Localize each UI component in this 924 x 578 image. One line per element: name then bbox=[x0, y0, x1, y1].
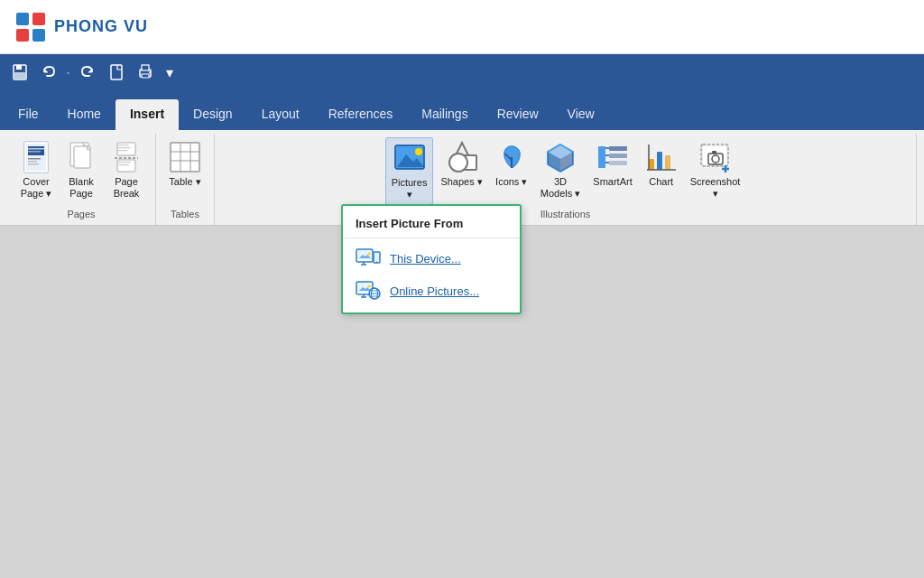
tab-file[interactable]: File bbox=[4, 99, 53, 130]
svg-rect-7 bbox=[111, 65, 122, 79]
svg-rect-48 bbox=[598, 146, 605, 168]
chart-icon bbox=[645, 141, 678, 173]
ribbon-tabs: File Home Insert Design Layout Reference… bbox=[0, 90, 924, 130]
page-break-button[interactable]: PageBreak bbox=[105, 137, 148, 203]
svg-rect-10 bbox=[142, 74, 149, 78]
ribbon-group-pages: CoverPage ▾ BlankPage bbox=[7, 134, 156, 225]
pictures-label: Pictures▾ bbox=[392, 177, 428, 200]
svg-rect-0 bbox=[16, 13, 29, 25]
quick-access-toolbar: · ▾ bbox=[0, 54, 924, 90]
svg-rect-2 bbox=[16, 29, 29, 42]
cover-page-label: CoverPage ▾ bbox=[21, 176, 52, 200]
tab-layout[interactable]: Layout bbox=[247, 99, 314, 130]
dropdown-header: Insert Picture From bbox=[343, 211, 520, 238]
page-break-icon bbox=[110, 141, 143, 173]
svg-rect-31 bbox=[171, 143, 199, 172]
table-label: Table ▾ bbox=[169, 176, 200, 188]
icons-icon bbox=[495, 141, 528, 173]
svg-rect-25 bbox=[118, 147, 131, 148]
ribbon-group-tables: Table ▾ Tables bbox=[156, 134, 215, 225]
table-button[interactable]: Table ▾ bbox=[163, 137, 207, 191]
svg-rect-1 bbox=[32, 13, 45, 25]
ribbon-group-illustrations: Pictures▾ Shapes ▾ bbox=[215, 134, 917, 225]
3d-models-label: 3DModels ▾ bbox=[541, 176, 581, 200]
svg-rect-55 bbox=[649, 159, 654, 170]
screenshot-icon bbox=[699, 141, 732, 173]
shapes-icon bbox=[446, 141, 478, 173]
3d-models-button[interactable]: 3DModels ▾ bbox=[535, 137, 587, 203]
this-device-icon bbox=[356, 248, 381, 268]
svg-point-39 bbox=[415, 148, 422, 155]
svg-rect-18 bbox=[28, 163, 39, 165]
new-doc-button[interactable] bbox=[104, 61, 129, 84]
print-button[interactable] bbox=[133, 61, 158, 84]
svg-rect-74 bbox=[374, 254, 379, 261]
logo-area: PHONG VU bbox=[14, 11, 148, 43]
tab-design[interactable]: Design bbox=[179, 99, 247, 130]
pictures-button[interactable]: Pictures▾ bbox=[385, 137, 434, 205]
top-bar: PHONG VU bbox=[0, 0, 924, 54]
tab-references[interactable]: References bbox=[314, 99, 408, 130]
redo-button[interactable] bbox=[75, 61, 100, 84]
blank-page-button[interactable]: BlankPage bbox=[60, 137, 103, 203]
svg-rect-29 bbox=[118, 162, 131, 163]
customize-qa-button[interactable]: ▾ bbox=[162, 61, 178, 85]
online-pictures-icon bbox=[356, 281, 381, 301]
svg-rect-51 bbox=[609, 161, 627, 165]
svg-rect-20 bbox=[28, 151, 41, 153]
insert-picture-dropdown: Insert Picture From bbox=[341, 204, 522, 314]
tab-review[interactable]: Review bbox=[483, 99, 553, 130]
tab-mailings[interactable]: Mailings bbox=[407, 99, 482, 130]
this-device-label: This Device... bbox=[390, 252, 461, 266]
pages-group-label: Pages bbox=[14, 205, 148, 225]
blank-page-icon bbox=[65, 141, 97, 173]
smartart-button[interactable]: SmartArt bbox=[587, 137, 637, 191]
pictures-icon bbox=[393, 142, 426, 174]
svg-point-43 bbox=[449, 154, 467, 172]
cover-page-button[interactable]: CoverPage ▾ bbox=[14, 137, 58, 203]
tab-home[interactable]: Home bbox=[53, 99, 116, 130]
blank-page-label: BlankPage bbox=[69, 176, 94, 200]
shapes-label: Shapes ▾ bbox=[440, 176, 482, 188]
shapes-button[interactable]: Shapes ▾ bbox=[435, 137, 487, 191]
svg-point-70 bbox=[368, 253, 371, 256]
online-pictures-item[interactable]: Online Pictures... bbox=[343, 275, 520, 307]
page-break-label: PageBreak bbox=[114, 176, 140, 200]
illustrations-group-label: Illustrations bbox=[222, 205, 909, 225]
qa-separator: · bbox=[66, 63, 70, 82]
logo-text: PHONG VU bbox=[54, 17, 148, 36]
svg-rect-26 bbox=[118, 150, 127, 151]
tab-view[interactable]: View bbox=[553, 99, 609, 130]
screenshot-button[interactable]: Screenshot▾ bbox=[685, 137, 746, 203]
pages-items: CoverPage ▾ BlankPage bbox=[14, 134, 148, 205]
svg-rect-50 bbox=[609, 154, 627, 158]
svg-point-75 bbox=[376, 261, 378, 263]
icons-label: Icons ▾ bbox=[495, 176, 527, 188]
svg-rect-17 bbox=[28, 161, 37, 163]
undo-button[interactable] bbox=[36, 61, 61, 84]
smartart-label: SmartArt bbox=[593, 176, 632, 188]
svg-rect-5 bbox=[16, 65, 22, 70]
svg-rect-19 bbox=[28, 148, 44, 150]
this-device-item[interactable]: This Device... bbox=[343, 242, 520, 275]
svg-point-79 bbox=[368, 285, 371, 288]
cover-page-icon bbox=[20, 141, 52, 173]
svg-rect-9 bbox=[142, 65, 149, 70]
svg-rect-28 bbox=[117, 160, 135, 172]
tab-insert[interactable]: Insert bbox=[116, 99, 179, 130]
save-button[interactable] bbox=[7, 61, 32, 84]
svg-point-11 bbox=[149, 71, 151, 73]
svg-rect-24 bbox=[118, 144, 129, 145]
chart-button[interactable]: Chart bbox=[640, 137, 683, 191]
svg-rect-56 bbox=[657, 152, 662, 170]
ribbon-content: CoverPage ▾ BlankPage bbox=[0, 130, 924, 226]
svg-rect-30 bbox=[118, 164, 129, 165]
icons-button[interactable]: Icons ▾ bbox=[490, 137, 533, 191]
svg-rect-6 bbox=[14, 72, 25, 79]
table-icon bbox=[169, 141, 201, 173]
svg-rect-57 bbox=[665, 155, 670, 170]
tables-group-label: Tables bbox=[163, 205, 207, 225]
svg-rect-16 bbox=[28, 158, 41, 160]
svg-rect-3 bbox=[32, 29, 45, 42]
screenshot-label: Screenshot▾ bbox=[690, 176, 741, 200]
